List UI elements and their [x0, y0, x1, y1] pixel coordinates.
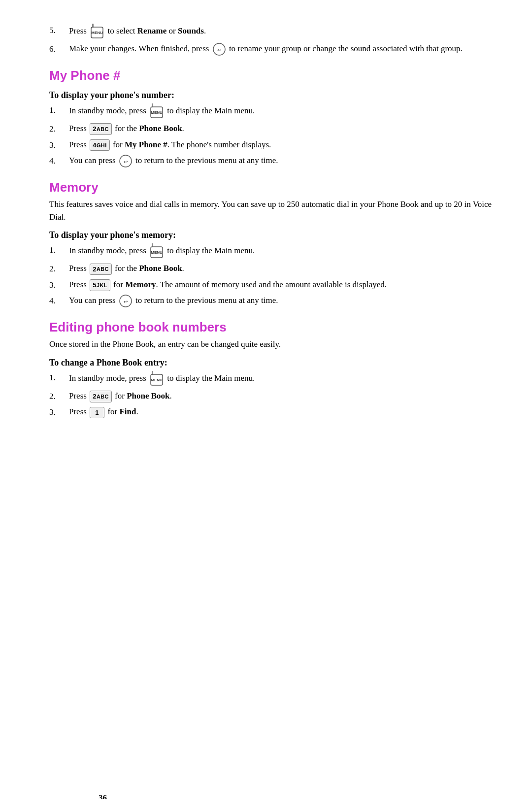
list-number: 3.	[49, 405, 69, 419]
subsection-heading-display-memory: To display your phone's memory:	[49, 230, 493, 240]
subsection-heading-change-entry: To change a Phone Book entry:	[49, 358, 493, 368]
menu-icon: MENU	[90, 24, 104, 39]
key-2abc-3: 2ABC	[90, 391, 112, 402]
list-number: 4.	[49, 294, 69, 307]
svg-text:MENU: MENU	[151, 378, 163, 382]
list-content: You can press ↩ to return to the previou…	[69, 294, 493, 308]
memory-list: 1. In standby mode, press MENU to displa…	[49, 243, 493, 308]
list-item: 1. In standby mode, press MENU to displa…	[49, 243, 493, 259]
list-item: 3. Press 4GHI for My Phone #. The phone'…	[49, 138, 493, 152]
list-item: 2. Press 2ABC for Phone Book.	[49, 390, 493, 403]
list-content: In standby mode, press MENU to display t…	[69, 103, 493, 119]
page-number: 36	[99, 793, 107, 799]
list-item: 3. Press 5JKL for Memory. The amount of …	[49, 278, 493, 292]
subsection-heading-display-phone: To display your phone's number:	[49, 90, 493, 100]
page-wrapper: 5. Press MENU to select Rename or Sounds…	[49, 24, 493, 799]
list-number: 1.	[49, 103, 69, 117]
section-heading-my-phone: My Phone #	[49, 68, 493, 83]
list-content: In standby mode, press MENU to display t…	[69, 243, 493, 259]
list-content: You can press ↩ to return to the previou…	[69, 154, 493, 168]
list-item: 2. Press 2ABC for the Phone Book.	[49, 122, 493, 135]
list-content: Press 5JKL for Memory. The amount of mem…	[69, 278, 493, 291]
section-heading-memory: Memory	[49, 180, 493, 195]
back-icon: ↩	[119, 154, 133, 168]
list-content: Press 4GHI for My Phone #. The phone's n…	[69, 138, 493, 151]
list-number: 2.	[49, 262, 69, 275]
list-number: 3.	[49, 278, 69, 292]
key-2abc: 2ABC	[90, 123, 112, 135]
menu-icon: MENU	[149, 243, 164, 259]
menu-icon: MENU	[149, 103, 164, 119]
list-content: In standby mode, press MENU to display t…	[69, 371, 493, 387]
svg-text:MENU: MENU	[151, 110, 163, 115]
memory-intro: This features saves voice and dial calls…	[49, 198, 493, 223]
list-item: 1. In standby mode, press MENU to displa…	[49, 103, 493, 119]
key-2abc-2: 2ABC	[90, 264, 112, 275]
list-item: 2. Press 2ABC for the Phone Book.	[49, 262, 493, 275]
key-4ghi: 4GHI	[90, 139, 110, 151]
editing-list: 1. In standby mode, press MENU to displa…	[49, 371, 493, 419]
intro-list: 5. Press MENU to select Rename or Sounds…	[49, 24, 493, 56]
section-heading-editing: Editing phone book numbers	[49, 320, 493, 335]
list-content: Press MENU to select Rename or Sounds.	[69, 24, 493, 39]
list-number: 1.	[49, 371, 69, 384]
list-content: Press 2ABC for the Phone Book.	[69, 262, 493, 275]
list-number: 5.	[49, 24, 69, 37]
list-content: Press 1 for Find.	[69, 405, 493, 418]
key-5jkl: 5JKL	[90, 279, 110, 291]
list-content: Press 2ABC for the Phone Book.	[69, 122, 493, 135]
list-item: 4. You can press ↩ to return to the prev…	[49, 294, 493, 308]
svg-text:MENU: MENU	[91, 31, 103, 35]
list-number: 4.	[49, 154, 69, 167]
list-item: 4. You can press ↩ to return to the prev…	[49, 154, 493, 168]
back-icon: ↩	[212, 42, 226, 56]
svg-text:↩: ↩	[124, 299, 128, 304]
list-number: 3.	[49, 138, 69, 152]
list-number: 2.	[49, 390, 69, 403]
list-number: 2.	[49, 122, 69, 135]
list-item: 1. In standby mode, press MENU to displa…	[49, 371, 493, 387]
list-item: 5. Press MENU to select Rename or Sounds…	[49, 24, 493, 39]
menu-icon: MENU	[149, 371, 164, 387]
svg-text:↩: ↩	[124, 159, 128, 165]
svg-text:MENU: MENU	[151, 250, 163, 255]
my-phone-list: 1. In standby mode, press MENU to displa…	[49, 103, 493, 168]
svg-text:↩: ↩	[217, 47, 221, 53]
list-item: 3. Press 1 for Find.	[49, 405, 493, 419]
list-content: Press 2ABC for Phone Book.	[69, 390, 493, 402]
editing-intro: Once stored in the Phone Book, an entry …	[49, 338, 493, 351]
list-number: 6.	[49, 42, 69, 56]
list-item: 6. Make your changes. When finished, pre…	[49, 42, 493, 56]
key-1: 1	[90, 407, 104, 419]
list-number: 1.	[49, 243, 69, 257]
back-icon: ↩	[119, 294, 133, 308]
list-content: Make your changes. When finished, press …	[69, 42, 493, 56]
